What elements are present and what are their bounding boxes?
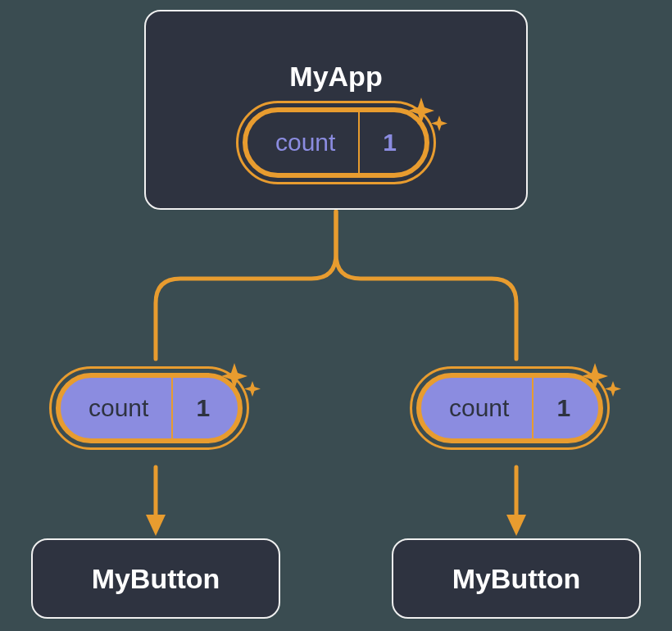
child-prop-pill-left: count 1 bbox=[56, 373, 243, 443]
parent-node: MyApp count 1 bbox=[144, 10, 528, 210]
diagram-canvas: MyApp count 1 count 1 bbox=[0, 0, 672, 631]
parent-title: MyApp bbox=[289, 61, 382, 93]
child-title: MyButton bbox=[92, 563, 220, 595]
parent-state-pill: count 1 bbox=[243, 107, 429, 178]
child-node-right: MyButton bbox=[392, 538, 641, 619]
svg-marker-1 bbox=[506, 515, 526, 536]
child-prop-label: count bbox=[421, 378, 532, 438]
svg-marker-0 bbox=[146, 515, 166, 536]
child-prop-label: count bbox=[61, 378, 171, 438]
child-title: MyButton bbox=[452, 563, 581, 595]
child-prop-value: 1 bbox=[171, 378, 238, 438]
child-prop-pill-right: count 1 bbox=[416, 373, 603, 443]
child-prop-value: 1 bbox=[532, 378, 598, 438]
child-node-left: MyButton bbox=[31, 538, 280, 619]
parent-state-label: count bbox=[247, 112, 358, 173]
parent-state-value: 1 bbox=[358, 112, 425, 173]
